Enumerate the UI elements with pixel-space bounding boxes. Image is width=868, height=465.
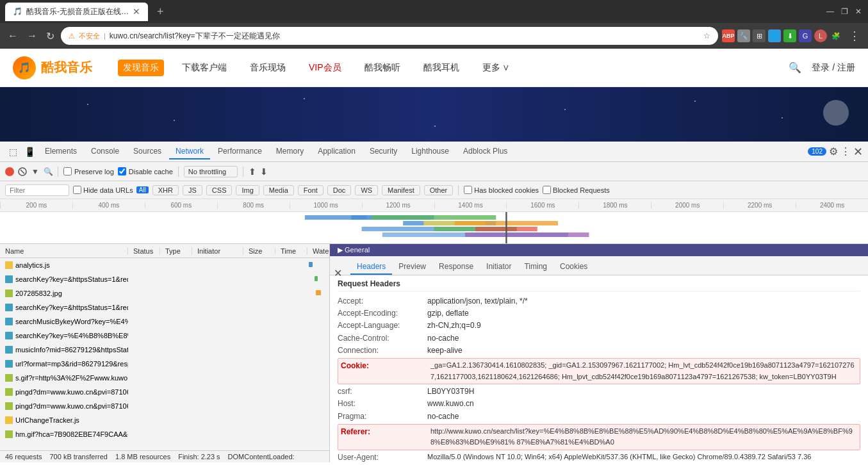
- tab-security[interactable]: Security: [363, 144, 404, 159]
- forward-button[interactable]: →: [24, 28, 40, 44]
- detail-tab-cookies[interactable]: Cookies: [553, 259, 594, 275]
- nav-item-more[interactable]: 更多 ∨: [477, 60, 516, 76]
- new-tab-button[interactable]: +: [153, 5, 168, 19]
- col-name[interactable]: Name: [0, 247, 128, 255]
- tab-adblock[interactable]: Adblock Plus: [457, 144, 514, 159]
- filter-font-button[interactable]: Font: [298, 185, 323, 195]
- site-search-icon[interactable]: 🔍: [789, 61, 801, 74]
- nav-item-discover[interactable]: 发现音乐: [118, 60, 164, 76]
- filter-css-button[interactable]: CSS: [206, 185, 233, 195]
- address-bar[interactable]: ⚠ 不安全 | kuwo.cn/search/list?key=下辈子不一定还能…: [61, 27, 718, 45]
- col-size[interactable]: Size: [243, 247, 275, 255]
- table-row[interactable]: analytics.js: [0, 258, 329, 272]
- refresh-button[interactable]: ↻: [44, 28, 57, 45]
- maximize-button[interactable]: ❐: [840, 7, 849, 16]
- col-initiator[interactable]: Initiator: [192, 247, 243, 255]
- minimize-button[interactable]: —: [826, 7, 835, 16]
- inspect-element-button[interactable]: ⬚: [5, 144, 20, 159]
- record-button[interactable]: [5, 167, 14, 176]
- ext-icon-4[interactable]: ⬇: [783, 29, 796, 42]
- has-blocked-cookies-checkbox[interactable]: Has blocked cookies: [464, 186, 539, 194]
- search-button[interactable]: 🔍: [44, 167, 53, 176]
- table-row[interactable]: pingd?dm=www.kuwo.cn&pvi=871061571295143…: [0, 385, 329, 399]
- devtools-more-button[interactable]: ⋮: [840, 145, 851, 158]
- detail-close-button[interactable]: ✕: [332, 266, 343, 281]
- site-login-link[interactable]: 登录 / 注册: [812, 62, 855, 74]
- hide-data-urls-checkbox[interactable]: Hide data URLs All: [73, 186, 149, 194]
- close-window-button[interactable]: ✕: [854, 7, 863, 16]
- tab-close-button[interactable]: ✕: [133, 6, 140, 17]
- filter-js-button[interactable]: JS: [183, 185, 202, 195]
- abp-extension[interactable]: ABP: [722, 29, 735, 42]
- detail-tab-response[interactable]: Response: [432, 259, 480, 275]
- preserve-log-input[interactable]: [63, 167, 72, 175]
- nav-item-live[interactable]: 音乐现场: [245, 60, 291, 76]
- filter-doc-button[interactable]: Doc: [327, 185, 352, 195]
- table-row[interactable]: searchKey?key=&httpsStatus=1&reqId=1d45b…: [0, 300, 329, 314]
- ext-icon-3[interactable]: 🌐: [768, 29, 781, 42]
- detail-tab-headers[interactable]: Headers: [350, 259, 392, 275]
- table-row[interactable]: s.gif?r=http%3A%2F%2Fwww.kuwo.cn%2Fsearc…: [0, 371, 329, 385]
- address-text[interactable]: kuwo.cn/search/list?key=下辈子不一定还能遇见你: [110, 31, 700, 42]
- tab-memory[interactable]: Memory: [270, 144, 310, 159]
- table-row[interactable]: searchKey?key=&httpsStatus=1&reqId=1d456…: [0, 272, 329, 286]
- nav-item-earphone[interactable]: 酷我耳机: [418, 60, 464, 76]
- col-type[interactable]: Type: [160, 247, 192, 255]
- filter-img-button[interactable]: Img: [236, 185, 259, 195]
- detail-tab-preview[interactable]: Preview: [392, 259, 432, 275]
- ext-icon-6[interactable]: L: [814, 29, 827, 42]
- tab-sources[interactable]: Sources: [127, 144, 168, 159]
- filter-ws-button[interactable]: WS: [355, 185, 378, 195]
- tab-lighthouse[interactable]: Lighthouse: [405, 144, 455, 159]
- table-row[interactable]: 207285832.jpg: [0, 286, 329, 300]
- col-status[interactable]: Status: [128, 247, 160, 255]
- throttle-select[interactable]: No throttling Fast 3G Slow 3G Offline: [184, 166, 238, 177]
- has-blocked-cookies-input[interactable]: [464, 186, 472, 194]
- detail-tab-initiator[interactable]: Initiator: [480, 259, 518, 275]
- col-time[interactable]: Time: [275, 247, 307, 255]
- hide-data-urls-input[interactable]: [73, 186, 81, 194]
- ext-icon-1[interactable]: 🔧: [737, 29, 750, 42]
- detail-tab-timing[interactable]: Timing: [518, 259, 553, 275]
- table-row[interactable]: url?format=mp3&rid=86279129&response=url…: [0, 357, 329, 371]
- filter-media-button[interactable]: Media: [263, 185, 294, 195]
- table-row[interactable]: musicInfo?mid=86279129&httpsStatus=1&req…: [0, 343, 329, 357]
- nav-item-download[interactable]: 下载客户端: [177, 60, 232, 76]
- export-har-button[interactable]: ⬇: [260, 167, 268, 177]
- tab-network[interactable]: Network: [169, 144, 210, 159]
- preserve-log-checkbox[interactable]: Preserve log: [63, 167, 114, 175]
- table-row[interactable]: searchMusicBykeyWord?key=%E4%B8%8B%E8%BE…: [0, 314, 329, 329]
- nav-item-listen[interactable]: 酷我畅听: [359, 60, 405, 76]
- filter-input[interactable]: [5, 184, 69, 196]
- table-row[interactable]: pingd?dm=www.kuwo.cn&pvi=871061571295143…: [0, 399, 329, 413]
- disable-cache-input[interactable]: [118, 167, 126, 175]
- table-row[interactable]: searchKey?key=%E4%B8%8B%E8%BE%88%E5%AD%9…: [0, 329, 329, 343]
- back-button[interactable]: ←: [5, 28, 20, 44]
- col-waterfall[interactable]: Waterfall: [307, 247, 330, 255]
- clear-log-button[interactable]: [18, 167, 27, 176]
- filter-xhr-button[interactable]: XHR: [152, 185, 179, 195]
- filter-other-button[interactable]: Other: [424, 185, 454, 195]
- tab-performance[interactable]: Performance: [211, 144, 268, 159]
- tab-elements[interactable]: Elements: [38, 144, 83, 159]
- devtools-settings-button[interactable]: ⚙: [829, 145, 838, 158]
- browser-tab[interactable]: 🎵 酷我音乐-无损音质正版在线试听 ✕: [5, 3, 148, 21]
- blocked-requests-input[interactable]: [543, 186, 551, 194]
- ext-icon-5[interactable]: G: [799, 29, 812, 42]
- table-row[interactable]: UrlChangeTracker.js: [0, 413, 329, 427]
- browser-menu-button[interactable]: ⋮: [846, 26, 863, 45]
- bookmark-icon[interactable]: ☆: [703, 31, 710, 40]
- filter-button[interactable]: ▼: [31, 167, 40, 176]
- blocked-requests-checkbox[interactable]: Blocked Requests: [543, 186, 610, 194]
- tab-application[interactable]: Application: [311, 144, 362, 159]
- filter-manifest-button[interactable]: Manifest: [382, 185, 420, 195]
- tab-console[interactable]: Console: [85, 144, 126, 159]
- extensions-button[interactable]: 🧩: [830, 29, 842, 42]
- table-row[interactable]: hm.gif?hca=7B9082EBE74F9CAA&cc=1&ck=1&cl…: [0, 427, 329, 441]
- devtools-close-button[interactable]: ✕: [853, 145, 863, 159]
- ext-icon-2[interactable]: ⊞: [753, 29, 766, 42]
- nav-item-vip[interactable]: VIP会员: [304, 60, 347, 76]
- import-har-button[interactable]: ⬆: [249, 167, 256, 177]
- device-toolbar-button[interactable]: 📱: [22, 144, 37, 159]
- disable-cache-checkbox[interactable]: Disable cache: [118, 167, 173, 175]
